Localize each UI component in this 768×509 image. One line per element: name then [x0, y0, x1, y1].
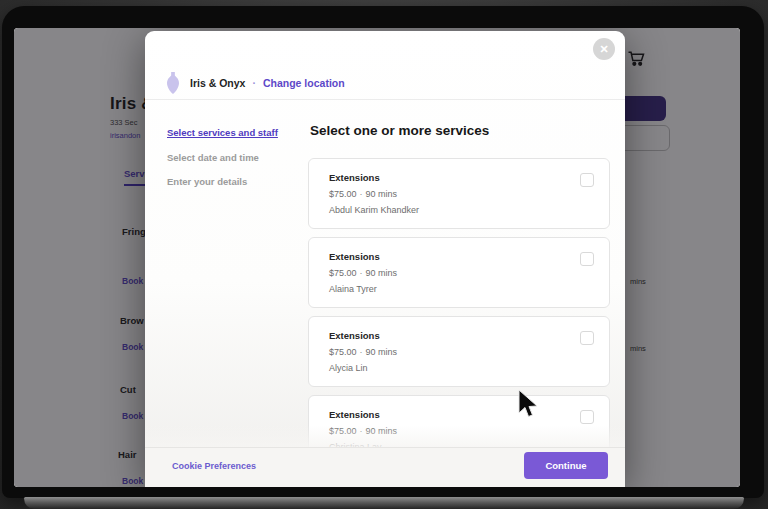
service-meta: $75.00·90 mins — [329, 426, 397, 436]
service-checkbox[interactable] — [580, 173, 594, 187]
service-staff: Abdul Karim Khandker — [329, 205, 419, 215]
service-name: Extensions — [329, 172, 380, 183]
service-name: Extensions — [329, 409, 380, 420]
modal-header: Iris & Onyx · Change location — [145, 31, 625, 100]
screen: Iris & Onyx 333 Sec irisandon Servi Frin… — [14, 28, 740, 487]
business-name: Iris & Onyx — [190, 77, 245, 89]
service-name: Extensions — [329, 251, 380, 262]
laptop-base — [24, 497, 744, 509]
step-enter-details[interactable]: Enter your details — [167, 176, 247, 187]
name-separator: · — [252, 77, 256, 89]
change-location-link[interactable]: Change location — [263, 77, 345, 89]
service-checkbox[interactable] — [580, 252, 594, 266]
service-staff: Alaina Tyrer — [329, 284, 377, 294]
step-select-date[interactable]: Select date and time — [167, 152, 259, 163]
business-logo-icon — [163, 71, 183, 95]
service-card[interactable]: Extensions $75.00·90 mins Alaina Tyrer — [308, 237, 610, 308]
service-meta: $75.00·90 mins — [329, 268, 397, 278]
step-select-services[interactable]: Select services and staff — [167, 127, 278, 138]
close-button[interactable]: ✕ — [593, 38, 615, 60]
service-staff: Alycia Lin — [329, 363, 368, 373]
continue-button[interactable]: Continue — [524, 452, 608, 479]
service-meta: $75.00·90 mins — [329, 347, 397, 357]
service-checkbox[interactable] — [580, 410, 594, 424]
services-heading: Select one or more services — [310, 123, 489, 138]
service-card[interactable]: Extensions $75.00·90 mins Alycia Lin — [308, 316, 610, 387]
service-name: Extensions — [329, 330, 380, 341]
service-card[interactable]: Extensions $75.00·90 mins Abdul Karim Kh… — [308, 158, 610, 229]
booking-modal: Iris & Onyx · Change location ✕ Select s… — [145, 31, 625, 487]
modal-footer: Cookie Preferences Continue — [145, 447, 625, 487]
cookie-preferences-link[interactable]: Cookie Preferences — [172, 461, 256, 471]
service-checkbox[interactable] — [580, 331, 594, 345]
laptop-mockup: Iris & Onyx 333 Sec irisandon Servi Frin… — [0, 0, 768, 509]
service-meta: $75.00·90 mins — [329, 189, 397, 199]
close-icon: ✕ — [599, 43, 608, 55]
